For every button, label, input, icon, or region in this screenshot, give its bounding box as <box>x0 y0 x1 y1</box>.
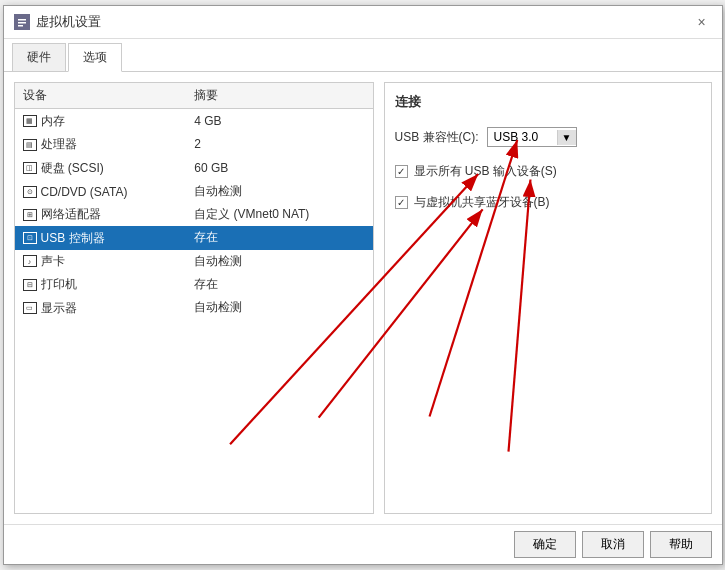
sound-summary: 自动检测 <box>186 250 372 273</box>
network-summary: 自定义 (VMnet0 NAT) <box>186 203 372 227</box>
tab-options[interactable]: 选项 <box>68 43 122 72</box>
cdrom-icon: ⊙ <box>23 186 37 198</box>
table-row[interactable]: ⊙ CD/DVD (SATA) 自动检测 <box>15 180 373 203</box>
table-row[interactable]: ▤ 处理器 2 <box>15 133 373 157</box>
usb-summary: 存在 <box>186 226 372 250</box>
device-name-sound: ♪ 声卡 <box>23 253 65 270</box>
show-usb-checkbox[interactable]: ✓ <box>395 165 408 178</box>
table-row[interactable]: ▦ 内存 4 GB <box>15 109 373 133</box>
display-summary: 自动检测 <box>186 296 372 320</box>
window-title: 虚拟机设置 <box>36 13 101 31</box>
cpu-icon: ▤ <box>23 139 37 151</box>
close-button[interactable]: × <box>692 12 712 32</box>
table-row[interactable]: ▭ 显示器 自动检测 <box>15 296 373 320</box>
share-bluetooth-label: 与虚拟机共享蓝牙设备(B) <box>414 194 550 211</box>
virtual-machine-settings-window: 虚拟机设置 × 硬件 选项 设备 摘要 <box>3 5 723 565</box>
window-icon <box>14 14 30 30</box>
device-name-cpu: ▤ 处理器 <box>23 136 77 153</box>
device-name-cdrom: ⊙ CD/DVD (SATA) <box>23 185 128 199</box>
share-bluetooth-checkbox[interactable]: ✓ <box>395 196 408 209</box>
share-bluetooth-row: ✓ 与虚拟机共享蓝牙设备(B) <box>395 194 701 211</box>
annotation-arrows <box>385 83 711 513</box>
device-name-printer: ⊟ 打印机 <box>23 276 77 293</box>
sound-icon: ♪ <box>23 255 37 267</box>
device-name-disk: ◫ 硬盘 (SCSI) <box>23 160 104 177</box>
disk-summary: 60 GB <box>186 156 372 180</box>
device-list-panel: 设备 摘要 ▦ 内存 4 GB <box>14 82 374 514</box>
printer-icon: ⊟ <box>23 279 37 291</box>
cpu-summary: 2 <box>186 133 372 157</box>
help-button[interactable]: 帮助 <box>650 531 712 558</box>
bottom-bar: 确定 取消 帮助 <box>4 524 722 564</box>
network-icon: ⊞ <box>23 209 37 221</box>
table-row[interactable]: ⊞ 网络适配器 自定义 (VMnet0 NAT) <box>15 203 373 227</box>
svg-line-7 <box>508 180 530 452</box>
usb-compat-label: USB 兼容性(C): <box>395 129 479 146</box>
svg-rect-3 <box>18 25 23 27</box>
table-row[interactable]: ♪ 声卡 自动检测 <box>15 250 373 273</box>
disk-icon: ◫ <box>23 162 37 174</box>
cdrom-summary: 自动检测 <box>186 180 372 203</box>
display-icon: ▭ <box>23 302 37 314</box>
memory-icon: ▦ <box>23 115 37 127</box>
table-row[interactable]: ⊟ 打印机 存在 <box>15 273 373 297</box>
usb-compat-row: USB 兼容性(C): USB 3.0 ▼ <box>395 127 701 147</box>
svg-rect-1 <box>18 19 26 21</box>
svg-line-6 <box>429 140 517 416</box>
svg-rect-2 <box>18 22 26 24</box>
table-row[interactable]: ◫ 硬盘 (SCSI) 60 GB <box>15 156 373 180</box>
cancel-button[interactable]: 取消 <box>582 531 644 558</box>
tab-bar: 硬件 选项 <box>4 39 722 72</box>
printer-summary: 存在 <box>186 273 372 297</box>
content-area: 设备 摘要 ▦ 内存 4 GB <box>4 72 722 524</box>
chevron-down-icon: ▼ <box>557 130 576 145</box>
connection-title: 连接 <box>395 93 701 111</box>
device-table: 设备 摘要 ▦ 内存 4 GB <box>15 83 373 320</box>
device-name-usb: ⊡ USB 控制器 <box>23 230 105 247</box>
device-name-memory: ▦ 内存 <box>23 113 65 130</box>
device-name-display: ▭ 显示器 <box>23 300 77 317</box>
table-row-usb[interactable]: ⊡ USB 控制器 存在 <box>15 226 373 250</box>
col-summary: 摘要 <box>186 83 372 109</box>
show-usb-devices-row: ✓ 显示所有 USB 输入设备(S) <box>395 163 701 180</box>
device-name-network: ⊞ 网络适配器 <box>23 206 101 223</box>
connection-panel: 连接 USB 兼容性(C): USB 3.0 ▼ ✓ 显示所有 USB 输入设备… <box>384 82 712 514</box>
ok-button[interactable]: 确定 <box>514 531 576 558</box>
usb-icon: ⊡ <box>23 232 37 244</box>
tab-hardware[interactable]: 硬件 <box>12 43 66 71</box>
col-device: 设备 <box>15 83 187 109</box>
usb-compat-value: USB 3.0 <box>488 128 557 146</box>
title-bar: 虚拟机设置 × <box>4 6 722 39</box>
memory-summary: 4 GB <box>186 109 372 133</box>
show-usb-label: 显示所有 USB 输入设备(S) <box>414 163 557 180</box>
usb-compat-select[interactable]: USB 3.0 ▼ <box>487 127 577 147</box>
